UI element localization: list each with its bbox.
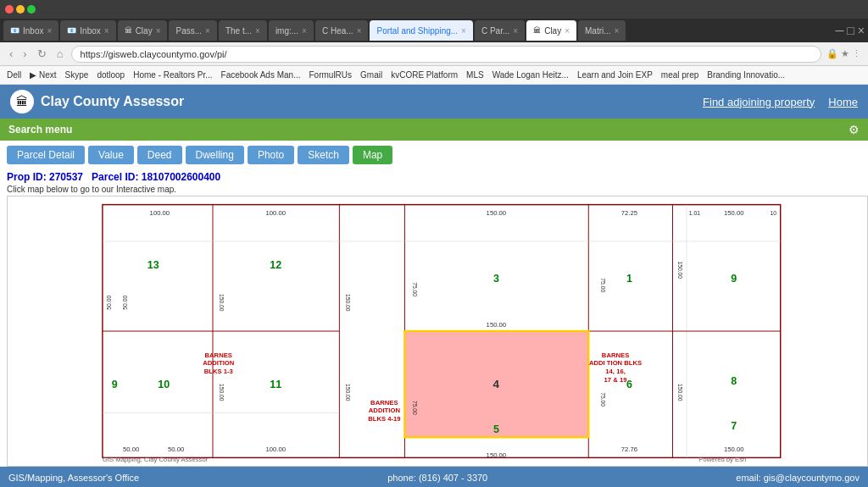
prop-id: Prop ID: 270537 — [7, 171, 83, 183]
search-settings-icon[interactable]: ⚙ — [849, 123, 860, 136]
svg-text:150.00: 150.00 — [677, 261, 683, 279]
tab-map[interactable]: Map — [353, 146, 392, 164]
svg-text:ADDI TION BLKS: ADDI TION BLKS — [589, 359, 642, 367]
svg-text:Powered by Esri: Powered by Esri — [698, 456, 746, 463]
tab-par[interactable]: C Par... × — [475, 20, 525, 41]
home-link[interactable]: Home — [828, 96, 858, 108]
svg-text:75.00: 75.00 — [412, 401, 418, 415]
footer-office: GIS/Mapping, Assessor's Office — [8, 473, 139, 483]
tab-img[interactable]: img:... × — [269, 20, 314, 41]
address-bar: ‹ › ↻ ⌂ 🔒 ★ ⋮ — [0, 42, 868, 66]
app-header: 🏛 Clay County Assessor Find adjoining pr… — [0, 85, 868, 119]
svg-text:9: 9 — [112, 379, 118, 390]
svg-text:BLKS 4-19: BLKS 4-19 — [368, 415, 400, 423]
bookmark-next[interactable]: ▶ Next — [26, 70, 59, 80]
minimize-btn[interactable]: ─ — [835, 24, 843, 37]
svg-text:BARNES: BARNES — [602, 351, 629, 359]
svg-text:1: 1 — [626, 273, 632, 285]
browser-tab-bar: 📧 Inbox × 📧 Inbox × 🏛 Clay × Pass... × T… — [0, 19, 868, 42]
parcel-id: Parcel ID: 18107002600400 — [92, 171, 220, 183]
app-header-left: 🏛 Clay County Assessor — [10, 90, 184, 113]
tab-clay[interactable]: 🏛 Clay × — [118, 20, 168, 41]
close-btn[interactable]: × — [858, 24, 865, 37]
tab-hear[interactable]: C Hea... × — [315, 20, 369, 41]
svg-text:100.00: 100.00 — [150, 209, 170, 217]
svg-text:50.00: 50.00 — [106, 296, 112, 310]
tab-pass[interactable]: Pass... × — [169, 20, 216, 41]
svg-text:14, 16,: 14, 16, — [605, 368, 626, 375]
bookmark-dotloop[interactable]: dotloop — [93, 70, 128, 80]
svg-text:150.00: 150.00 — [487, 321, 507, 329]
svg-text:72.25: 72.25 — [621, 209, 637, 217]
svg-text:150.00: 150.00 — [345, 294, 351, 312]
bookmark-learn[interactable]: Learn and Join EXP — [574, 70, 656, 80]
svg-text:75.00: 75.00 — [600, 392, 606, 407]
svg-text:GIS Mapping, Clay County Asses: GIS Mapping, Clay County Assessor — [103, 456, 209, 463]
tab-value[interactable]: Value — [88, 146, 134, 164]
bookmark-skype[interactable]: Skype — [62, 70, 92, 80]
bookmark-form[interactable]: FormulRUs — [306, 70, 356, 80]
app-title: Clay County Assessor — [41, 94, 184, 109]
svg-text:100.00: 100.00 — [265, 209, 286, 217]
svg-text:150.00: 150.00 — [677, 384, 683, 401]
tab-matrix[interactable]: Matri... × — [578, 20, 626, 41]
map-container[interactable]: 13 12 3 1 9 4 6 8 9 10 11 5 7 BARNES ADD… — [7, 196, 868, 467]
svg-text:150.00: 150.00 — [724, 209, 744, 217]
bookmark-meal[interactable]: meal prep — [658, 70, 702, 80]
tab-portal[interactable]: Portal and Shipping... × — [370, 20, 472, 41]
forward-btn[interactable]: › — [20, 47, 29, 60]
footer-phone: phone: (816) 407 - 3370 — [387, 473, 487, 483]
svg-text:ADDITION: ADDITION — [203, 359, 235, 367]
bookmark-fb[interactable]: Facebook Ads Man... — [218, 70, 304, 80]
maximize-btn[interactable]: □ — [847, 24, 854, 37]
app-logo: 🏛 — [10, 90, 34, 113]
svg-text:150.00: 150.00 — [345, 384, 351, 401]
address-input[interactable] — [71, 46, 821, 63]
footer-email: email: gis@claycountymo.gov — [736, 473, 860, 483]
tab-inbox2[interactable]: 📧 Inbox × — [60, 20, 115, 41]
svg-text:13: 13 — [147, 259, 159, 271]
svg-text:50.00: 50.00 — [168, 445, 184, 453]
reload-btn[interactable]: ↻ — [35, 47, 49, 60]
app-footer: GIS/Mapping, Assessor's Office phone: (8… — [0, 467, 868, 487]
svg-text:12: 12 — [270, 259, 281, 271]
svg-text:75.00: 75.00 — [600, 278, 606, 292]
search-bar[interactable]: Search menu ⚙ — [0, 119, 868, 141]
svg-text:6: 6 — [626, 379, 632, 390]
tab-inbox1[interactable]: 📧 Inbox × — [3, 20, 58, 41]
bookmark-home[interactable]: Home - Realtors Pr... — [130, 70, 215, 80]
svg-text:100.00: 100.00 — [265, 445, 286, 453]
map-link-text[interactable]: Click map below to go to our Interactive… — [0, 185, 868, 196]
tab-active[interactable]: 🏛 Clay × — [526, 20, 576, 41]
back-btn[interactable]: ‹ — [7, 47, 15, 60]
bookmark-branding[interactable]: Branding Innovatio... — [704, 70, 788, 80]
map-svg: 13 12 3 1 9 4 6 8 9 10 11 5 7 BARNES ADD… — [8, 196, 867, 466]
bookmarks-bar: Dell ▶ Next Skype dotloop Home - Realtor… — [0, 66, 868, 85]
tab-dwelling[interactable]: Dwelling — [186, 146, 244, 164]
bookmark-kvcore[interactable]: kvCORE Platform — [387, 70, 461, 80]
svg-text:10: 10 — [158, 379, 170, 390]
bookmark-gmail[interactable]: Gmail — [357, 70, 386, 80]
tab-sketch[interactable]: Sketch — [298, 146, 349, 164]
svg-text:72.76: 72.76 — [621, 445, 637, 453]
bookmark-wade[interactable]: Wade Logan Heitz... — [489, 70, 572, 80]
property-ids: Prop ID: 270537 Parcel ID: 1810700260040… — [0, 169, 868, 185]
svg-text:3: 3 — [493, 273, 499, 285]
svg-text:11: 11 — [270, 379, 281, 390]
tab-parcel-detail[interactable]: Parcel Detail — [7, 146, 85, 164]
svg-text:ADDITION: ADDITION — [369, 407, 401, 414]
extensions-area: 🔒 ★ ⋮ — [826, 48, 861, 59]
svg-text:75.00: 75.00 — [412, 282, 418, 296]
svg-text:50.00: 50.00 — [122, 296, 128, 310]
tab-photo[interactable]: Photo — [248, 146, 294, 164]
tab-deed[interactable]: Deed — [137, 146, 182, 164]
svg-text:10: 10 — [770, 210, 776, 216]
svg-text:150.00: 150.00 — [219, 384, 225, 401]
tab-the[interactable]: The t... × — [219, 20, 267, 41]
app-header-right: Find adjoining property Home — [703, 96, 858, 108]
bookmark-dell[interactable]: Dell — [3, 70, 25, 80]
bookmark-mls[interactable]: MLS — [463, 70, 487, 80]
svg-text:17 & 19: 17 & 19 — [604, 376, 627, 384]
home-btn[interactable]: ⌂ — [54, 47, 66, 60]
find-adjoining-link[interactable]: Find adjoining property — [703, 96, 815, 108]
